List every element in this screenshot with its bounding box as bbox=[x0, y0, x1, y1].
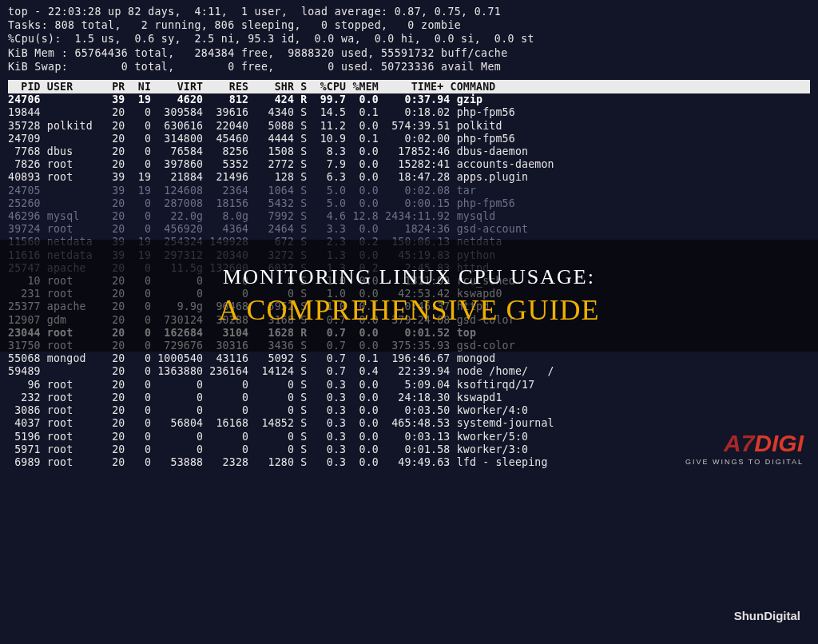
process-row: 24705 39 19 124608 2364 1064 S 5.0 0.0 0… bbox=[8, 185, 810, 196]
process-row: 3086 root 20 0 0 0 0 S 0.3 0.0 0:03.50 k… bbox=[8, 405, 810, 415]
process-row: 7826 root 20 0 397860 5352 2772 S 7.9 0.… bbox=[8, 159, 810, 169]
terminal-window: top - 22:03:28 up 82 days, 4:11, 1 user,… bbox=[0, 0, 818, 644]
title-overlay: MONITORING LINUX CPU USAGE: A COMPREHENS… bbox=[0, 240, 818, 352]
process-row: 7768 dbus 20 0 76584 8256 1508 S 8.3 0.0… bbox=[8, 146, 810, 157]
process-row: 55068 mongod 20 0 1000540 43116 5092 S 0… bbox=[8, 353, 810, 364]
process-row: 4037 root 20 0 56804 16168 14852 S 0.3 0… bbox=[8, 418, 810, 428]
summary-mem-line: KiB Mem : 65764436 total, 284384 free, 9… bbox=[8, 48, 810, 58]
process-row: 96 root 20 0 0 0 0 S 0.3 0.0 5:09.04 kso… bbox=[8, 380, 810, 390]
process-row: 5196 root 20 0 0 0 0 S 0.3 0.0 0:03.13 k… bbox=[8, 431, 810, 442]
process-row: 39724 root 20 0 456920 4364 2464 S 3.3 0… bbox=[8, 224, 810, 234]
process-row: 6989 root 20 0 53888 2328 1280 S 0.3 0.0… bbox=[8, 457, 810, 467]
process-row: 24709 20 0 314800 45460 4444 S 10.9 0.1 … bbox=[8, 133, 810, 144]
process-row: 25260 20 0 287008 18156 5432 S 5.0 0.0 0… bbox=[8, 198, 810, 209]
process-row: 40893 root 39 19 21884 21496 128 S 6.3 0… bbox=[8, 172, 810, 182]
process-row: 19844 20 0 309584 39616 4340 S 14.5 0.1 … bbox=[8, 107, 810, 117]
process-row: 35728 polkitd 20 0 630616 22040 5088 S 1… bbox=[8, 121, 810, 131]
overlay-title-line2: A COMPREHENSIVE GUIDE bbox=[218, 296, 599, 324]
summary-uptime-line: top - 22:03:28 up 82 days, 4:11, 1 user,… bbox=[8, 6, 810, 17]
process-row: 59489 20 0 1363880 236164 14124 S 0.7 0.… bbox=[8, 366, 810, 376]
process-row: 232 root 20 0 0 0 0 S 0.3 0.0 24:18.30 k… bbox=[8, 392, 810, 403]
process-row: 46296 mysql 20 0 22.0g 8.0g 7992 S 4.6 1… bbox=[8, 211, 810, 221]
process-row: 5971 root 20 0 0 0 0 S 0.3 0.0 0:01.58 k… bbox=[8, 444, 810, 455]
overlay-title-line1: MONITORING LINUX CPU USAGE: bbox=[223, 267, 595, 288]
summary-cpu-line: %Cpu(s): 1.5 us, 0.6 sy, 2.5 ni, 95.3 id… bbox=[8, 34, 810, 44]
process-row: 24706 39 19 4620 812 424 R 99.7 0.0 0:37… bbox=[8, 94, 810, 105]
summary-swap-line: KiB Swap: 0 total, 0 free, 0 used. 50723… bbox=[8, 62, 810, 72]
top-summary-block: top - 22:03:28 up 82 days, 4:11, 1 user,… bbox=[8, 6, 810, 72]
process-table-header: PID USER PR NI VIRT RES SHR S %CPU %MEM … bbox=[8, 80, 810, 93]
watermark-secondary: ShunDigital bbox=[734, 610, 800, 622]
summary-tasks-line: Tasks: 808 total, 2 running, 806 sleepin… bbox=[8, 20, 810, 30]
